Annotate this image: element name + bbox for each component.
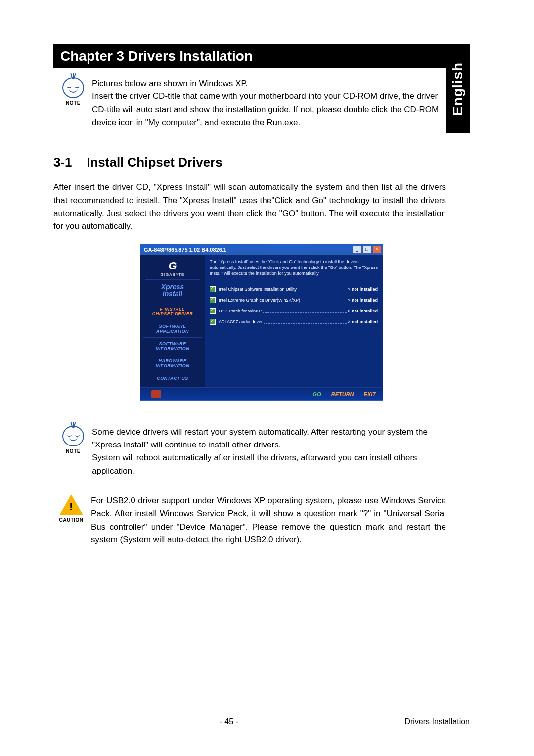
- note-block-1: NOTE Pictures below are shown in Windows…: [59, 77, 446, 129]
- checkbox-icon[interactable]: [210, 286, 216, 292]
- caution-block: ! CAUTION For USB2.0 driver support unde…: [55, 494, 446, 546]
- installer-window: GA-848P/865/875 1.02 B4.0826.1 _ □ × G G…: [140, 244, 383, 401]
- note-text-1: Pictures below are shown in Windows XP. …: [92, 77, 446, 129]
- checkbox-icon[interactable]: [210, 308, 216, 314]
- nav-hardware-information[interactable]: HARDWAREINFORMATION: [143, 355, 202, 372]
- close-button[interactable]: ×: [372, 246, 381, 254]
- footer-brand-icon: [151, 390, 161, 398]
- nav-software-application[interactable]: SOFTWAREAPPLICATION: [143, 320, 202, 337]
- note-block-2: NOTE Some device drivers will restart yo…: [59, 426, 446, 478]
- language-tab: English: [446, 44, 470, 133]
- driver-status: not installed: [352, 309, 378, 313]
- arrow-icon: ▸: [160, 307, 163, 311]
- installer-titlebar: GA-848P/865/875 1.02 B4.0826.1 _ □ ×: [140, 245, 383, 255]
- installer-description: The "Xpress Install" uses the "Click and…: [210, 259, 378, 276]
- note-icon: NOTE: [59, 77, 87, 107]
- driver-row[interactable]: ADI AC97 audio driver> not installed: [210, 319, 378, 325]
- page-footer: - 45 - Drivers Installation: [53, 714, 470, 726]
- installer-title: GA-848P/865/875 1.02 B4.0826.1: [142, 247, 226, 253]
- note-label: NOTE: [66, 99, 81, 107]
- driver-row[interactable]: Intel Chipset Software Installation Util…: [210, 286, 378, 292]
- installer-sidebar: G GIGABYTE Xpress install ▸ INSTALLCHIPS…: [140, 255, 205, 387]
- minimize-button[interactable]: _: [353, 246, 361, 254]
- logo-text: GIGABYTE: [161, 272, 185, 277]
- logo-g: G: [168, 260, 177, 272]
- window-buttons: _ □ ×: [353, 246, 381, 254]
- note-label: NOTE: [66, 447, 81, 455]
- note-text-2: Some device drivers will restart your sy…: [92, 426, 446, 478]
- page: English Chapter 3 Drivers Installation N…: [0, 0, 534, 756]
- driver-status: not installed: [352, 319, 378, 324]
- installer-main: The "Xpress Install" uses the "Click and…: [205, 255, 383, 387]
- exit-button[interactable]: EXIT: [364, 391, 376, 397]
- driver-row[interactable]: USB Patch for WinXP> not installed: [210, 308, 378, 314]
- section-heading: 3-1 Install Chipset Drivers: [53, 155, 470, 170]
- section-title: Install Chipset Drivers: [87, 155, 222, 170]
- paragraph-1: After insert the driver CD, "Xpress Inst…: [53, 181, 446, 233]
- caution-label: CAUTION: [59, 516, 83, 524]
- nav-install-chipset[interactable]: ▸ INSTALLCHIPSET DRIVER: [143, 303, 202, 320]
- caution-text: For USB2.0 driver support under Windows …: [91, 494, 446, 546]
- chapter-title: Chapter 3 Drivers Installation: [53, 44, 446, 68]
- nav-contact-us[interactable]: CONTACT US: [143, 372, 202, 384]
- section-number: 3-1: [53, 155, 83, 170]
- checkbox-icon[interactable]: [210, 297, 216, 303]
- gigabyte-logo: G GIGABYTE: [145, 258, 200, 280]
- installer-footer: GO RETURN EXIT: [140, 387, 383, 400]
- driver-name: USB Patch for WinXP: [219, 309, 262, 313]
- page-number: - 45 -: [53, 717, 404, 726]
- xpress-line1: Xpress: [161, 283, 184, 290]
- driver-name: ADI AC97 audio driver: [219, 319, 263, 324]
- go-button[interactable]: GO: [313, 391, 321, 397]
- caution-icon: ! CAUTION: [55, 494, 87, 524]
- driver-status: not installed: [352, 298, 378, 303]
- return-button[interactable]: RETURN: [331, 391, 354, 397]
- driver-name: Intel Chipset Software Installation Util…: [219, 287, 297, 292]
- xpress-line2: install: [163, 290, 182, 297]
- driver-row[interactable]: Intel Extreme Graphics Driver(Win2K/XP)>…: [210, 297, 378, 303]
- checkbox-icon[interactable]: [210, 319, 216, 325]
- xpress-install-logo: Xpress install: [145, 282, 200, 299]
- note-icon: NOTE: [59, 426, 87, 455]
- driver-name: Intel Extreme Graphics Driver(Win2K/XP): [219, 298, 300, 303]
- footer-section: Drivers Installation: [404, 717, 470, 726]
- driver-status: not installed: [352, 287, 378, 292]
- maximize-button[interactable]: □: [362, 246, 371, 254]
- nav-software-information[interactable]: SOFTWAREINFORMATION: [143, 337, 202, 355]
